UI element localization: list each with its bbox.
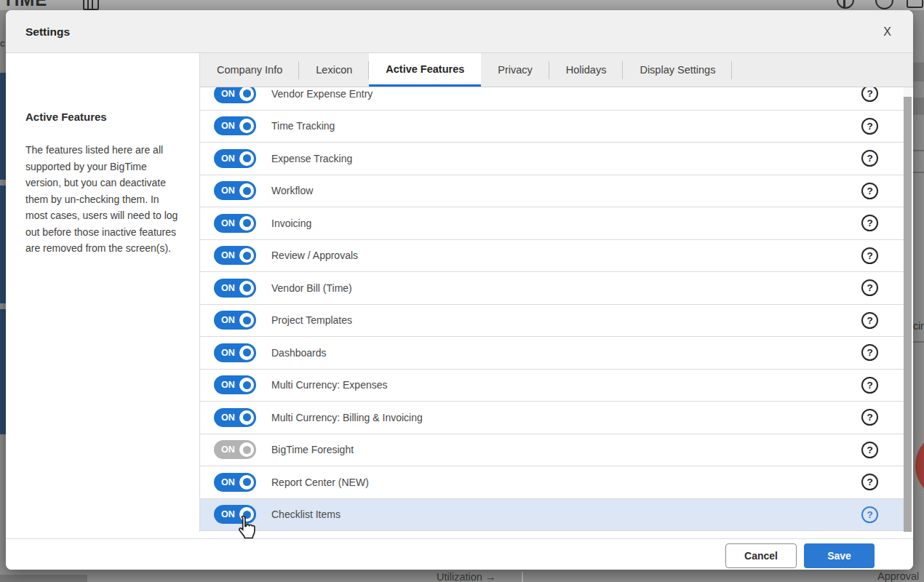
toggle-on-label: ON xyxy=(221,214,235,233)
toggle-knob xyxy=(239,475,254,490)
help-globe-icon xyxy=(837,0,854,9)
tab-display-settings[interactable]: Display Settings xyxy=(623,53,732,87)
close-icon[interactable]: X xyxy=(879,10,896,53)
toggle-on-label: ON xyxy=(221,440,235,459)
feature-row-checklist-items: ON Checklist Items ? xyxy=(200,499,904,532)
arrow-icon: → xyxy=(485,571,496,582)
save-button[interactable]: Save xyxy=(804,543,875,568)
avatar-icon xyxy=(875,0,893,9)
toggle-knob xyxy=(239,119,254,133)
help-icon[interactable]: ? xyxy=(861,442,878,458)
toggle-on-label: ON xyxy=(221,181,235,200)
feature-label: Project Templates xyxy=(271,314,352,326)
settings-modal: Settings X Active Features The features … xyxy=(6,10,913,570)
feature-row-review-approvals: ON Review / Approvals ? xyxy=(200,240,904,273)
feature-row-vendor-bill-time: ON Vendor Bill (Time) ? xyxy=(200,272,904,305)
background-card-fragment xyxy=(0,309,6,434)
cancel-button[interactable]: Cancel xyxy=(725,543,797,568)
features-list-viewport: ON Vendor Expense Entry ? ON Time Tracki… xyxy=(200,87,904,532)
sidebar-description: The features listed here are all support… xyxy=(25,142,180,257)
feature-toggle[interactable]: ON xyxy=(214,505,256,524)
feature-toggle[interactable]: ON xyxy=(214,149,256,168)
tab-holidays[interactable]: Holidays xyxy=(549,53,624,87)
toggle-knob xyxy=(239,151,254,166)
toggle-knob xyxy=(239,216,254,231)
help-icon[interactable]: ? xyxy=(861,474,878,490)
help-icon[interactable]: ? xyxy=(861,409,878,426)
feature-toggle[interactable]: ON xyxy=(214,473,256,492)
feature-toggle[interactable]: ON xyxy=(214,343,256,362)
tab-active-features[interactable]: Active Features xyxy=(369,53,481,87)
feature-label: Checklist Items xyxy=(271,509,340,520)
feature-row-vendor-expense-entry: ON Vendor Expense Entry ? xyxy=(200,87,904,111)
tab-company-info[interactable]: Company Info xyxy=(200,53,299,87)
screen: TIME c cin Utilization → Approval Settin… xyxy=(0,0,924,582)
background-red-chart-fragment xyxy=(915,431,924,501)
toggle-knob xyxy=(239,507,254,522)
help-icon[interactable]: ? xyxy=(861,506,878,523)
toggle-on-label: ON xyxy=(221,279,235,298)
sidebar-heading: Active Features xyxy=(25,111,107,123)
feature-label: Dashboards xyxy=(271,347,327,359)
feature-row-project-templates: ON Project Templates ? xyxy=(200,305,904,338)
scrollbar-track[interactable] xyxy=(904,87,912,532)
feature-toggle[interactable]: ON xyxy=(214,246,256,265)
help-icon[interactable]: ? xyxy=(861,377,878,394)
feature-toggle[interactable]: ON xyxy=(214,408,256,427)
toggle-knob xyxy=(239,248,254,263)
help-icon[interactable]: ? xyxy=(861,247,878,264)
feature-label: Expense Tracking xyxy=(271,153,352,164)
feature-toggle[interactable]: ON xyxy=(214,87,256,103)
toggle-on-label: ON xyxy=(221,343,235,362)
toggle-on-label: ON xyxy=(221,505,235,524)
toggle-on-label: ON xyxy=(221,408,235,427)
help-icon[interactable]: ? xyxy=(861,215,878,231)
help-icon[interactable]: ? xyxy=(861,312,878,329)
feature-row-workflow: ON Workflow ? xyxy=(200,175,904,208)
feature-toggle[interactable]: ON xyxy=(214,279,256,298)
feature-row-invoicing: ON Invoicing ? xyxy=(200,207,904,240)
background-right-text-fragment: cin xyxy=(913,320,924,332)
tab-privacy[interactable]: Privacy xyxy=(481,53,549,87)
background-left-text-fragment: c xyxy=(0,38,6,49)
toggle-knob xyxy=(239,442,254,457)
help-icon[interactable]: ? xyxy=(861,150,878,167)
help-icon[interactable]: ? xyxy=(861,87,878,102)
feature-label: Time Tracking xyxy=(271,120,335,132)
feature-toggle[interactable]: ON xyxy=(214,116,256,135)
background-bottom-strip: Utilization → Approval xyxy=(0,570,924,582)
feature-row-expense-tracking: ON Expense Tracking ? xyxy=(200,143,904,175)
scrollbar-thumb[interactable] xyxy=(904,97,912,532)
feature-toggle[interactable]: ON xyxy=(214,440,256,459)
feature-toggle[interactable]: ON xyxy=(214,181,256,200)
help-icon[interactable]: ? xyxy=(861,344,878,361)
toggle-knob xyxy=(239,346,254,360)
feature-row-time-tracking: ON Time Tracking ? xyxy=(200,111,904,143)
features-list: ON Vendor Expense Entry ? ON Time Tracki… xyxy=(200,87,904,531)
feature-label: Invoicing xyxy=(271,218,311,229)
settings-tabs: Company InfoLexiconActive FeaturesPrivac… xyxy=(200,53,913,87)
bigtime-logo: TIME xyxy=(3,0,47,10)
modal-header: Settings X xyxy=(6,10,913,53)
background-card-fragment xyxy=(0,73,6,180)
feature-label: Vendor Bill (Time) xyxy=(271,282,352,294)
feature-toggle[interactable]: ON xyxy=(214,214,256,233)
feature-label: Multi Currency: Billing & Invoicing xyxy=(271,412,423,423)
feature-row-dashboards: ON Dashboards ? xyxy=(200,337,904,370)
toggle-knob xyxy=(239,378,254,392)
feature-row-bigtime-foresight: ON BigTime Foresight ? xyxy=(200,434,904,467)
feature-toggle[interactable]: ON xyxy=(214,311,256,330)
toggle-knob xyxy=(239,87,254,101)
feature-row-report-center-new: ON Report Center (NEW) ? xyxy=(200,466,904,499)
toggle-on-label: ON xyxy=(221,149,235,168)
toggle-on-label: ON xyxy=(221,375,235,394)
tab-lexicon[interactable]: Lexicon xyxy=(299,53,369,87)
modal-title: Settings xyxy=(25,10,70,53)
help-icon[interactable]: ? xyxy=(861,183,878,199)
feature-toggle[interactable]: ON xyxy=(214,375,256,394)
toggle-on-label: ON xyxy=(221,116,235,135)
help-icon[interactable]: ? xyxy=(861,118,878,135)
help-icon[interactable]: ? xyxy=(861,279,878,296)
background-approval-text: Approval xyxy=(877,570,919,582)
feature-label: Review / Approvals xyxy=(271,250,358,261)
